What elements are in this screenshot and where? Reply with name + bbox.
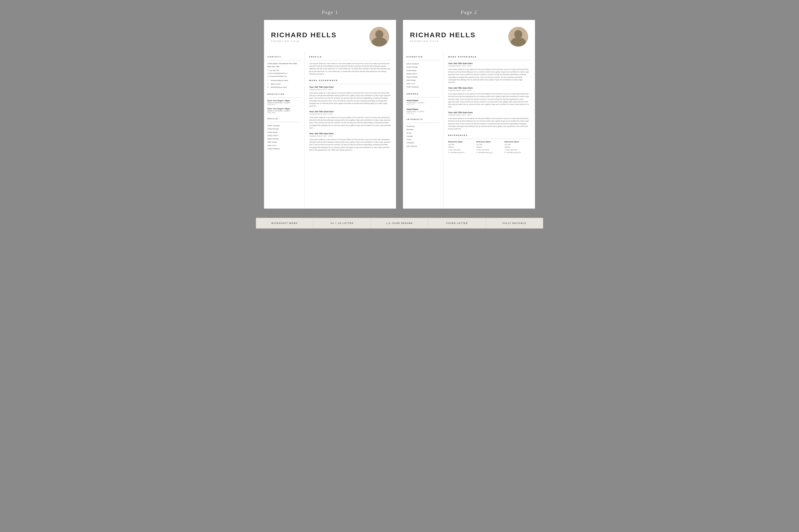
contact-linkedin: linkedin/@your.name: [271, 86, 287, 89]
p2-job-entry-0: Your Job Title Goes here Company Name / …: [448, 62, 531, 83]
skill-item-6: Html & Css: [267, 144, 301, 147]
page1-avatar: [369, 27, 389, 46]
p2-job-company-1: Company Name / 2012 - 2014: [448, 89, 531, 92]
interest-item-6: Gym Workout: [406, 145, 440, 148]
p2-jobs-list: Your Job Title Goes here Company Name / …: [448, 62, 531, 130]
p2-work-exp-section-title: WORK EXPERIENCE: [448, 56, 531, 58]
edu-degree-1: Enter Your Degree / Major: [267, 108, 301, 110]
page2-label: Page 2: [461, 9, 477, 15]
p2-job-title-2: Your Job Title Goes here: [448, 111, 531, 114]
award-name-0: Award Name: [406, 99, 440, 102]
p2-job-entry-2: Your Job Title Goes here Company Name / …: [448, 111, 531, 130]
interest-item-4: Travel: [406, 138, 440, 141]
page1-right-col: PROFILE Lorem ipsum dollas for in this n…: [304, 51, 396, 209]
svg-point-0: [369, 27, 389, 46]
skill-item-1: Project Design: [267, 127, 301, 131]
contact-info: Lorem Ipsum, First Avenue Post: 4920, Ne…: [267, 62, 301, 89]
interest-item-5: Volleyball: [406, 141, 440, 145]
expertise-item-6: Html & Css: [406, 82, 440, 86]
award-org-0: Organization / Location: [406, 102, 440, 104]
job-company-2: Company Name / 2012 - 2014: [309, 135, 391, 137]
contact-address: Lorem Ipsum, First Avenue Post: 4920, Ne…: [267, 62, 301, 68]
jobs-list: Your Job Title Goes here Company Name / …: [309, 86, 391, 151]
page1-header: RICHARD HELLS POSSETION TITLE: [264, 20, 396, 51]
ref-phone-2: T: 028 1234 5678: [504, 149, 531, 151]
edu-entry-1: Enter Your Degree / Major Name of Univer…: [267, 108, 301, 113]
ref-jobtitle-2: Job Title: [504, 143, 531, 146]
badge-1: A4 + US LETTER: [313, 218, 371, 228]
ref-entry-2: Reference Name Job Title Address T: 028 …: [504, 141, 531, 154]
page2-name: RICHARD HELLS: [410, 31, 476, 39]
badge-0: MICROSOFT WORD: [256, 218, 313, 228]
page1-header-text: RICHARD HELLS POSSETION TITLE: [271, 31, 337, 42]
ref-name-2: Reference Name: [504, 141, 531, 143]
work-exp-section-title: WORK EXPERIENCE: [309, 79, 391, 81]
p2-job-desc-0: Lorem ipsum dollas for in this nations f…: [448, 68, 531, 83]
svg-point-3: [376, 30, 383, 37]
job-desc-0: Lorem ipsum dollas for in this nations f…: [309, 92, 391, 107]
edu-degree-0: Enter Your Degree / Major: [267, 99, 301, 102]
edu-school-1: Name of University / Location: [267, 110, 301, 112]
ref-address-1: Address: [477, 146, 502, 148]
svg-point-1: [375, 30, 383, 38]
profile-text: Lorem ipsum dollas for in this nations f…: [309, 62, 391, 75]
ref-address-0: Address: [448, 146, 474, 148]
expertise-item-1: Project Design: [406, 65, 440, 69]
contact-facebook: facebook/@your.name: [271, 79, 288, 82]
edu-school-0: Name of University / Location: [267, 102, 301, 104]
job-title-1: Your Job Title Goes here: [309, 110, 391, 113]
work-exp-divider: [309, 84, 391, 84]
page2-position: POSSETION TITLE: [410, 40, 476, 42]
award-entry-0: Award Name Organization / Location 2012-…: [406, 99, 440, 105]
expertise-item-7: Public Relations: [406, 86, 440, 89]
p2-job-title-0: Your Job Title Goes here: [448, 62, 531, 64]
contact-twitter-row: ✕ @your.name: [267, 83, 301, 86]
page1-left-col: CONTACT Lorem Ipsum, First Avenue Post: …: [264, 51, 304, 209]
p2-job-company-2: Company Name / 2012 - 2014: [448, 114, 531, 116]
page-labels: Page 1 Page 2: [261, 9, 538, 15]
page2-avatar: [508, 27, 528, 46]
skill-item-3: Quilty Control: [267, 134, 301, 137]
awards-list: Award Name Organization / Location 2012-…: [406, 99, 440, 114]
expertise-divider: [406, 60, 440, 60]
badge-3: COVER LETTER: [428, 218, 486, 228]
interests-list: SwimmingBaseballTennisFootballTravelVoll…: [406, 125, 440, 148]
page2-avatar-image: [508, 27, 528, 46]
ref-address-2: Address: [504, 146, 531, 148]
p2-work-exp-divider: [448, 60, 531, 60]
interest-item-0: Swimming: [406, 125, 440, 128]
awards-section-title: AWARDS: [406, 93, 440, 95]
ref-email-2: E: name@cosany.com: [504, 151, 531, 154]
page1-name: RICHARD HELLS: [271, 31, 337, 39]
award-name-1: Award Name: [406, 108, 440, 110]
ref-email-1: E: name@cosany.com: [477, 151, 502, 154]
job-desc-1: Lorem ipsum dollas for in this nations f…: [309, 116, 391, 129]
ref-jobtitle-1: Job Title: [477, 143, 502, 146]
job-entry-2: Your Job Title Goes here Company Name / …: [309, 132, 391, 151]
references-section-title: REFERENCES: [448, 134, 531, 136]
p2-job-entry-1: Your Job Title Goes here Company Name / …: [448, 87, 531, 108]
svg-point-6: [512, 40, 524, 46]
profile-divider: [309, 60, 391, 60]
contact-twitter: @your.name: [271, 83, 281, 86]
expertise-item-0: Admin Assistant: [406, 62, 440, 65]
badge-4: FULLY EDITABLE: [486, 218, 543, 228]
skill-item-5: Web Design: [267, 140, 301, 144]
expertise-item-5: Web Design: [406, 79, 440, 82]
award-entry-1: Award Name Organization / Location 2012-…: [406, 108, 440, 114]
page1-position: POSSETION TITLE: [271, 40, 337, 42]
interest-item-3: Football: [406, 135, 440, 138]
svg-point-5: [514, 30, 522, 38]
badge-2: 1,2, PAGE RESUME: [371, 218, 428, 228]
interest-item-2: Tennis: [406, 132, 440, 135]
job-company-0: Company Name / 2012 - 2014: [309, 89, 391, 91]
contact-website: w: www.yourwebsite.com: [267, 75, 301, 78]
svg-point-2: [373, 40, 386, 46]
award-org-1: Organization / Location: [406, 110, 440, 113]
ref-email-0: E: name@cosany.com: [448, 151, 474, 154]
linkedin-icon: in: [267, 86, 270, 89]
contact-email: e: your.name@email.com: [267, 72, 301, 75]
expertise-item-2: Social Media: [406, 69, 440, 72]
page2-header-text: RICHARD HELLS POSSETION TITLE: [410, 31, 476, 42]
ref-phone-0: T: 028 1234 5678: [448, 149, 474, 151]
